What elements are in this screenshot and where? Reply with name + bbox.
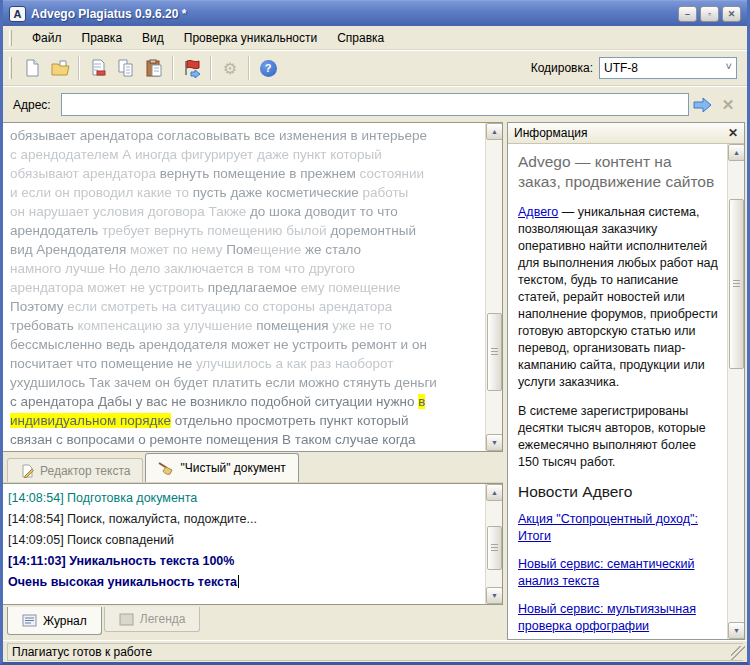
new-document-button[interactable] xyxy=(18,54,46,82)
tab-legend[interactable]: Легенда xyxy=(104,607,201,632)
menu-item[interactable]: Вид xyxy=(132,28,174,48)
journal-icon xyxy=(22,614,37,627)
scroll-up-icon[interactable]: ▲ xyxy=(728,144,744,161)
editor-line: посчитает что помещение не улучшилось а … xyxy=(10,354,478,373)
scroll-down-icon[interactable]: ▼ xyxy=(728,622,744,639)
settings-button[interactable]: ⚙ xyxy=(216,54,244,82)
log-entries: [14:08:54] Подготовка документа[14:08:54… xyxy=(3,484,502,597)
editor-scrollbar[interactable]: ▲ ▼ xyxy=(485,123,502,451)
resize-grip[interactable] xyxy=(731,646,745,660)
maximize-button[interactable]: ▫ xyxy=(700,6,719,22)
check-uniqueness-button[interactable] xyxy=(178,54,206,82)
scrollbar-thumb[interactable] xyxy=(487,526,502,570)
page-edit-icon xyxy=(20,464,34,478)
editor-line: ухудшилось Так зачем он будет платить ес… xyxy=(10,373,478,392)
tab-clean-document[interactable]: "Чистый" документ xyxy=(145,453,298,482)
editor-text-area[interactable]: обязывает арендатора согласовывать все и… xyxy=(3,122,503,452)
info-panel: Информация ✕ Advego — контент на заказ, … xyxy=(507,122,745,640)
text-segment: он нарушает условия договора Также xyxy=(10,204,250,219)
text-segment: до шока доводит то что xyxy=(250,204,398,219)
editor-line: индивидуальном порядке отдельно просмотр… xyxy=(10,411,478,430)
menu-item[interactable]: Правка xyxy=(72,28,133,48)
minimize-button[interactable]: – xyxy=(678,6,697,22)
text-segment: и если он проводил какие то xyxy=(10,185,193,200)
text-segment: может по нему xyxy=(130,242,226,257)
log-tab-strip: Журнал Легенда xyxy=(3,605,503,637)
help-button[interactable]: ? xyxy=(254,54,282,82)
cut-button[interactable] xyxy=(84,54,112,82)
text-caret xyxy=(238,575,239,588)
text-segment: Поэтому xyxy=(10,299,67,314)
text-segment: Пом xyxy=(226,242,253,257)
app-window: A Advego Plagiatus 0.9.6.20 * – ▫ ✕ Файл… xyxy=(0,0,750,665)
text-segment: связан с вопросами о ремонте помещения В… xyxy=(10,432,415,447)
clear-address-button[interactable]: ✕ xyxy=(715,93,741,117)
text-segment: бессмысленно ведь арендодателя может не … xyxy=(10,337,427,352)
gear-icon: ⚙ xyxy=(223,59,237,78)
editor-line: он нарушает условия договора Также до шо… xyxy=(10,202,478,221)
text-segment: работы xyxy=(359,185,409,200)
scroll-up-icon[interactable]: ▲ xyxy=(486,123,503,140)
check-uniqueness-flag-icon xyxy=(182,59,202,78)
tab-text-editor[interactable]: Редактор текста xyxy=(7,458,143,482)
menu-item[interactable]: Справка xyxy=(327,28,394,48)
app-icon: A xyxy=(9,6,26,22)
broom-icon xyxy=(158,461,174,475)
address-bar: Адрес: ✕ xyxy=(3,86,747,122)
editor-line: обязывают арендатора вернуть помещение в… xyxy=(10,164,478,183)
text-highlight: в xyxy=(418,394,425,409)
toolbar-separator xyxy=(210,56,212,80)
help-icon: ? xyxy=(260,60,277,77)
tab-label: Журнал xyxy=(43,614,87,628)
scrollbar-thumb[interactable] xyxy=(487,313,502,391)
paste-icon xyxy=(145,59,163,77)
text-segment: ухудшилось Так зачем он будет платить ес… xyxy=(10,375,437,390)
news-link[interactable]: Новый сервис: семантический анализ текст… xyxy=(518,556,718,590)
info-paragraph-text: — уникальная система, позволяющая заказч… xyxy=(518,205,718,389)
open-document-button[interactable] xyxy=(46,54,74,82)
scroll-up-icon[interactable]: ▲ xyxy=(486,484,503,501)
close-button[interactable]: ✕ xyxy=(722,6,741,22)
text-segment: вид Арендодателя xyxy=(10,242,130,257)
tab-label: Легенда xyxy=(140,612,186,626)
tab-journal[interactable]: Журнал xyxy=(7,607,102,635)
editor-line: требовать компенсацию за улучшение помещ… xyxy=(10,316,478,335)
paste-button[interactable] xyxy=(140,54,168,82)
text-segment: пусть даже косметические xyxy=(193,185,359,200)
info-close-button[interactable]: ✕ xyxy=(728,127,738,139)
legend-icon xyxy=(119,613,134,626)
advego-link[interactable]: Адвего xyxy=(518,205,558,219)
go-button[interactable] xyxy=(689,93,715,117)
copy-button[interactable] xyxy=(112,54,140,82)
scroll-down-icon[interactable]: ▼ xyxy=(486,434,503,451)
menu-item[interactable]: Файл xyxy=(22,28,72,48)
status-text: Плагиатус готов к работе xyxy=(12,645,152,659)
editor-line: и если он проводил какие то пусть даже к… xyxy=(10,183,478,202)
toolbar-gripper xyxy=(9,57,12,79)
address-input[interactable] xyxy=(61,93,689,116)
editor-line: намного лучше Но дело заключается в том … xyxy=(10,259,478,278)
encoding-select[interactable]: UTF-8 ˅ xyxy=(599,57,737,79)
text-segment: с арендодателем А иногда фигурирует даже… xyxy=(10,147,382,162)
menu-gripper xyxy=(9,30,12,46)
editor-line: с арендатора Дабы у вас не возникло подо… xyxy=(10,392,478,411)
log-scrollbar[interactable]: ▲ ▼ xyxy=(485,484,502,604)
menu-item[interactable]: Проверка уникальности xyxy=(174,28,327,48)
toolbar-separator xyxy=(172,56,174,80)
scroll-down-icon[interactable]: ▼ xyxy=(486,587,503,604)
text-segment: помещения xyxy=(256,318,332,333)
toolbar-separator xyxy=(78,56,80,80)
news-link[interactable]: Новый сервис: мультиязычная проверка орф… xyxy=(518,601,718,635)
info-panel-title: Информация xyxy=(514,126,728,140)
toolbar-separator xyxy=(248,56,250,80)
log-entry: [14:08:54] Подготовка документа xyxy=(8,488,478,509)
scrollbar-thumb[interactable] xyxy=(729,199,744,369)
info-scrollbar[interactable]: ▲ ▼ xyxy=(727,144,744,639)
news-link[interactable]: Акция "Стопроцентный доход": Итоги xyxy=(518,511,718,545)
menu-bar: ФайлПравкаВидПроверка уникальностиСправк… xyxy=(3,26,747,50)
text-segment: с арендатора Дабы у вас не возникло подо… xyxy=(10,394,418,409)
editor-line: обязывает арендатора согласовывать все и… xyxy=(10,126,478,145)
info-heading: Advego — контент на заказ, продвижение с… xyxy=(518,152,718,192)
log-area[interactable]: [14:08:54] Подготовка документа[14:08:54… xyxy=(3,483,503,605)
text-segment: если смотреть на ситуацию со стороны аре… xyxy=(67,299,392,314)
